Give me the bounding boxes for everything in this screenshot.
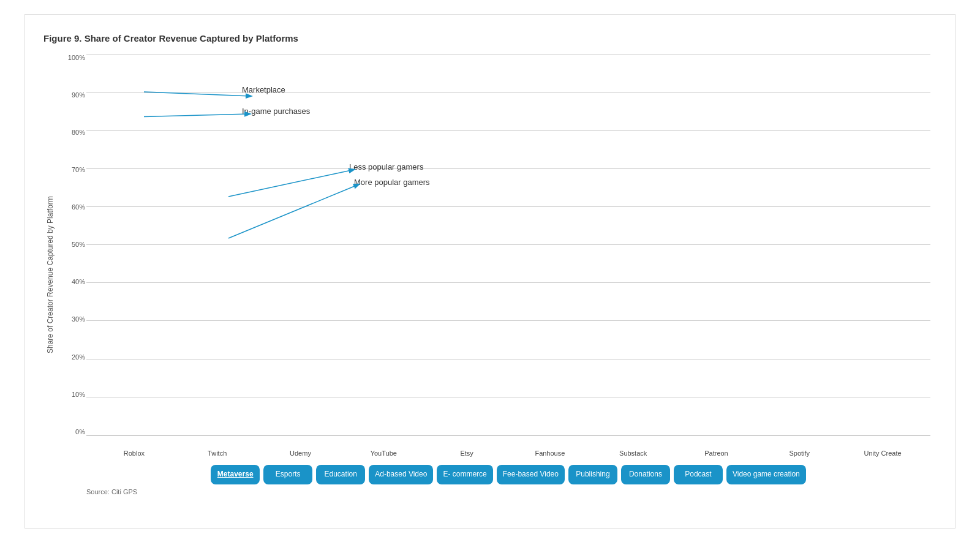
y-label: 0% bbox=[75, 429, 85, 435]
y-label: 80% bbox=[72, 129, 85, 136]
y-label: 90% bbox=[72, 92, 85, 99]
category-button[interactable]: Fee-based Video bbox=[497, 465, 565, 484]
y-label: 100% bbox=[68, 55, 85, 61]
chart-title: Figure 9. Share of Creator Revenue Captu… bbox=[43, 33, 930, 43]
category-button[interactable]: Publishing bbox=[568, 465, 617, 484]
category-button[interactable]: Education bbox=[316, 465, 365, 484]
bar-label: Twitch bbox=[193, 449, 242, 457]
category-button[interactable]: E- commerce bbox=[437, 465, 492, 484]
bar-group: YouTube bbox=[342, 55, 425, 435]
y-labels: 100%90%80%70%60%50%40%30%20%10%0% bbox=[62, 55, 85, 435]
source-label: Source: Citi GPS bbox=[62, 488, 930, 495]
bar-group: Etsy bbox=[425, 55, 508, 435]
y-label: 10% bbox=[72, 391, 85, 398]
y-axis-label: Share of Creator Revenue Captured by Pla… bbox=[43, 55, 62, 495]
category-button[interactable]: Donations bbox=[621, 465, 670, 484]
bar-label: Roblox bbox=[110, 449, 159, 457]
bar-label: Spotify bbox=[775, 449, 824, 457]
bar-label: Udemy bbox=[276, 449, 325, 457]
bar-label: Substack bbox=[609, 449, 658, 457]
bar-label: Fanhouse bbox=[526, 449, 575, 457]
bar-group: Unity Create bbox=[841, 55, 924, 435]
bar-group: Substack bbox=[592, 55, 675, 435]
plot-area: 100%90%80%70%60%50%40%30%20%10%0% Roblox… bbox=[62, 55, 930, 460]
y-label: 20% bbox=[72, 354, 85, 361]
chart-body: Share of Creator Revenue Captured by Pla… bbox=[43, 55, 930, 495]
bar-label: Unity Create bbox=[858, 449, 907, 457]
bar-label: YouTube bbox=[359, 449, 408, 457]
y-label: 50% bbox=[72, 241, 85, 248]
bar-group: Fanhouse bbox=[508, 55, 592, 435]
category-buttons: MetaverseEsportsEducationAd-based VideoE… bbox=[62, 465, 930, 484]
chart-right: 100%90%80%70%60%50%40%30%20%10%0% Roblox… bbox=[62, 55, 930, 495]
bars-area: RobloxTwitchUdemyYouTubeEtsyFanhouseSubs… bbox=[86, 55, 930, 435]
bar-label: Patreon bbox=[692, 449, 741, 457]
category-button[interactable]: Esports bbox=[263, 465, 312, 484]
bar-group: Patreon bbox=[675, 55, 758, 435]
bar-group: Roblox bbox=[92, 55, 176, 435]
y-label: 70% bbox=[72, 167, 85, 173]
x-axis-line bbox=[86, 435, 930, 435]
bar-label: Etsy bbox=[442, 449, 491, 457]
category-button[interactable]: Video game creation bbox=[726, 465, 806, 484]
category-button[interactable]: Podcast bbox=[674, 465, 723, 484]
y-label: 40% bbox=[72, 279, 85, 285]
bar-group: Udemy bbox=[259, 55, 342, 435]
y-label: 60% bbox=[72, 204, 85, 211]
y-label: 30% bbox=[72, 316, 85, 323]
chart-container: Figure 9. Share of Creator Revenue Captu… bbox=[24, 14, 956, 529]
bar-group: Spotify bbox=[758, 55, 841, 435]
category-button[interactable]: Metaverse bbox=[211, 465, 260, 484]
bar-group: Twitch bbox=[176, 55, 259, 435]
category-button[interactable]: Ad-based Video bbox=[369, 465, 433, 484]
